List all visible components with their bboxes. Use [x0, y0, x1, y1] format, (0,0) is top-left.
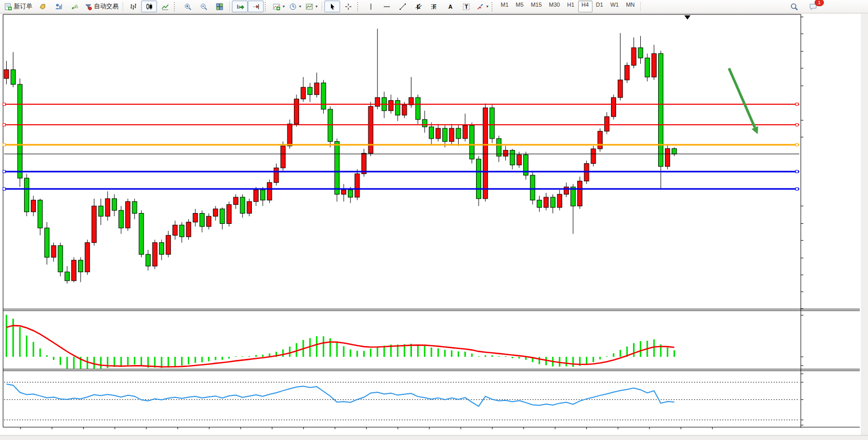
chart-shift-button[interactable] [248, 1, 264, 12]
arrows-icon [476, 3, 484, 11]
axis-price-badge: 1.09866 [801, 186, 831, 193]
date-axis-label: 28 Apr 04:00 [478, 429, 507, 435]
macd-indicator-label: MACD(12,26,9) 0.000718 0.001172 [5, 312, 48, 337]
line-chart-button[interactable] [157, 1, 173, 12]
crosshair-icon [344, 3, 352, 11]
date-axis-label: 19 Apr 12:00 [163, 429, 192, 435]
y-axis-label: 1.09165 [804, 289, 824, 295]
macd-axis-label: 0.004402 [804, 312, 827, 318]
trendline-button[interactable] [394, 1, 410, 12]
timeframe-m15-button[interactable]: M15 [527, 1, 545, 12]
main-toolbar: 新订单自动交易▾▾▾EFAT▾M1M5M15M30H1H4D1W1MN1 [0, 0, 868, 13]
high-value: 1.10150 [75, 16, 95, 22]
candlestick-chart-button[interactable] [141, 1, 157, 12]
notifications-chat-button[interactable]: 1 [805, 1, 821, 12]
tile-windows-button[interactable] [211, 1, 227, 12]
vertical-line-button[interactable] [363, 1, 379, 12]
y-axis-label: 1.10925 [804, 31, 824, 37]
zoom-in-button[interactable] [180, 1, 195, 12]
zoomout-icon [200, 3, 208, 11]
auto-trading-button[interactable]: 自动交易 [82, 1, 121, 12]
chart-window[interactable] [0, 14, 861, 435]
chevron-down-icon: ▾ [283, 4, 285, 9]
date-axis-label: 24 Apr 20:00 [321, 429, 350, 435]
hline-icon [383, 3, 391, 11]
y-axis-label: 1.10690 [804, 65, 824, 71]
date-axis-label: 18 Apr 20:00 [132, 429, 161, 435]
toolbar-separator [322, 2, 322, 11]
one-click-collapse-icon[interactable]: ▼ [6, 16, 10, 22]
timeframe-h4-button[interactable]: H4 [578, 1, 593, 12]
periods-button[interactable]: ▾ [287, 1, 303, 12]
equidistant-channel-button[interactable]: E [410, 1, 426, 12]
metaeditor-button[interactable] [34, 1, 50, 12]
gold-icon [38, 3, 47, 11]
toolbar-separator [174, 2, 177, 11]
cursor-button[interactable] [324, 1, 340, 12]
macd-name: MACD(12,26,9) [8, 318, 47, 324]
bars-icon [129, 3, 137, 11]
date-axis-label: 20 Apr 04:00 [194, 429, 224, 435]
rsi-axis-label: 0 [804, 419, 807, 425]
fibonacci-button[interactable]: F [426, 1, 442, 12]
zoom-out-button[interactable] [195, 1, 211, 12]
close-value: 1.10105 [122, 16, 142, 22]
date-axis-label: 16 Apr 23:00 [37, 429, 67, 435]
toolbar-separator [229, 2, 230, 11]
search-button[interactable] [786, 1, 802, 12]
timeframe-m30-button[interactable]: M30 [545, 1, 563, 12]
arrows-button[interactable]: ▾ [474, 1, 490, 12]
timeframe-d1-button[interactable]: D1 [593, 1, 607, 12]
new-order-button-label: 新订单 [14, 2, 32, 11]
signals-button[interactable] [66, 1, 82, 12]
timeframe-m1-button[interactable]: M1 [497, 1, 512, 12]
auto-scroll-button[interactable] [232, 1, 248, 12]
indicators-button[interactable]: ▾ [270, 1, 287, 12]
shift-icon [252, 3, 260, 11]
signal-icon [70, 3, 78, 11]
date-axis-label: 21 Apr 12:00 [258, 429, 287, 435]
timeframe-m5-button[interactable]: M5 [512, 1, 527, 12]
y-axis-label: 1.09050 [804, 305, 824, 312]
date-axis-label: 18 Apr 04:00 [101, 429, 130, 435]
svg-text:T: T [464, 4, 468, 10]
rsi-axis-label: 80 [804, 379, 810, 385]
svg-text:E: E [417, 4, 420, 10]
profiles-button[interactable] [50, 1, 66, 12]
notification-count-badge: 1 [815, 0, 824, 6]
y-axis-label: 1.10220 [804, 134, 824, 140]
cursor-icon [328, 3, 337, 11]
axis-price-badge: 1.10444 [801, 101, 831, 108]
toolbar-separator [123, 2, 123, 11]
templates-button[interactable]: ▾ [303, 1, 320, 12]
date-axis-label: 3 May 12:00 [635, 429, 663, 435]
ohlc-values: 1.10142 1.10150 1.10090 1.10105 [51, 16, 142, 22]
date-axis-label: 25 Apr 12:00 [352, 429, 381, 435]
text-label-button[interactable]: T [458, 1, 474, 12]
profile-icon [54, 3, 63, 11]
date-axis-label: 2 May 20:00 [604, 429, 632, 435]
macd-signal-value: 0.001172 [8, 331, 31, 337]
tile-icon [215, 3, 224, 11]
timeframe-w1-button[interactable]: W1 [607, 1, 623, 12]
date-axis-label: 24 Apr 04:00 [289, 429, 318, 435]
text-button[interactable]: A [442, 1, 458, 12]
bar-chart-button[interactable] [125, 1, 141, 12]
timeframe-h1-button[interactable]: H1 [563, 1, 578, 12]
toolbar-separator [491, 2, 495, 11]
svg-text:F: F [432, 4, 436, 10]
axis-price-badge: 1.10304 [801, 122, 831, 128]
y-axis-label: 1.11040 [804, 14, 824, 20]
chevron-down-icon: ▾ [315, 4, 318, 9]
timeframe-mn-button[interactable]: MN [622, 1, 638, 12]
horizontal-line-button[interactable] [379, 1, 394, 12]
date-axis-label: 26 Apr 04:00 [383, 429, 412, 435]
new-order-button[interactable]: 新订单 [2, 1, 34, 12]
y-axis-label: 1.09395 [804, 255, 824, 261]
axis-price-badge: 1.10105 [801, 150, 831, 157]
templates-icon [305, 3, 313, 11]
low-value: 1.10090 [98, 16, 119, 22]
autotrade-icon [84, 3, 92, 11]
crosshair-button[interactable] [340, 1, 356, 12]
rsi-axis-label: 50 [804, 396, 810, 403]
